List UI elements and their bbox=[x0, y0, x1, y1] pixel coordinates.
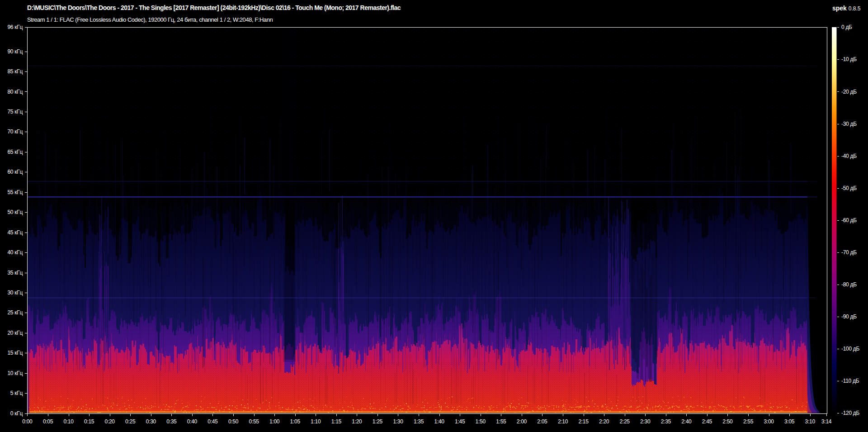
svg-text:60 кГц: 60 кГц bbox=[7, 169, 23, 175]
svg-text:2:30: 2:30 bbox=[640, 418, 651, 425]
svg-text:65 кГц: 65 кГц bbox=[7, 149, 23, 155]
svg-text:2:50: 2:50 bbox=[722, 418, 733, 425]
svg-text:1:35: 1:35 bbox=[414, 418, 424, 425]
svg-text:2:20: 2:20 bbox=[599, 418, 609, 425]
svg-text:-80 дБ: -80 дБ bbox=[841, 281, 857, 288]
svg-text:1:20: 1:20 bbox=[352, 418, 362, 425]
svg-text:30 кГц: 30 кГц bbox=[7, 290, 23, 296]
svg-text:0 кГц: 0 кГц bbox=[10, 410, 23, 417]
svg-text:-40 дБ: -40 дБ bbox=[841, 153, 857, 159]
svg-text:1:45: 1:45 bbox=[455, 418, 465, 425]
svg-text:2:35: 2:35 bbox=[661, 418, 671, 425]
svg-text:3:14: 3:14 bbox=[821, 418, 832, 425]
svg-text:0:30: 0:30 bbox=[146, 418, 156, 425]
svg-text:50 кГц: 50 кГц bbox=[7, 209, 23, 215]
svg-text:2:55: 2:55 bbox=[743, 418, 754, 425]
svg-text:0:35: 0:35 bbox=[166, 418, 177, 425]
svg-text:0:15: 0:15 bbox=[84, 418, 94, 425]
svg-text:0:20: 0:20 bbox=[105, 418, 115, 425]
svg-text:0:40: 0:40 bbox=[187, 418, 198, 425]
svg-text:0:00: 0:00 bbox=[22, 418, 33, 425]
svg-text:-50 дБ: -50 дБ bbox=[841, 185, 857, 191]
svg-text:35 кГц: 35 кГц bbox=[7, 270, 23, 276]
svg-text:2:05: 2:05 bbox=[537, 418, 547, 425]
svg-text:1:40: 1:40 bbox=[434, 418, 445, 425]
svg-text:1:00: 1:00 bbox=[269, 418, 280, 425]
svg-text:1:15: 1:15 bbox=[331, 418, 342, 425]
svg-text:1:10: 1:10 bbox=[311, 418, 321, 425]
svg-text:-90 дБ: -90 дБ bbox=[841, 313, 857, 320]
svg-text:-110 дБ: -110 дБ bbox=[841, 378, 859, 384]
svg-text:-120 дБ: -120 дБ bbox=[841, 410, 860, 416]
svg-text:75 кГц: 75 кГц bbox=[7, 109, 23, 115]
svg-text:15 кГц: 15 кГц bbox=[7, 350, 23, 356]
svg-text:1:30: 1:30 bbox=[393, 418, 403, 425]
svg-text:25 кГц: 25 кГц bbox=[7, 309, 23, 316]
svg-text:0:55: 0:55 bbox=[249, 418, 259, 425]
svg-text:2:25: 2:25 bbox=[620, 418, 630, 425]
svg-text:0:05: 0:05 bbox=[43, 418, 53, 425]
svg-text:70 кГц: 70 кГц bbox=[7, 128, 23, 135]
svg-text:-60 дБ: -60 дБ bbox=[841, 217, 857, 223]
svg-text:2:15: 2:15 bbox=[578, 418, 589, 425]
svg-text:3:10: 3:10 bbox=[805, 418, 816, 425]
svg-text:0 дБ: 0 дБ bbox=[841, 24, 852, 30]
svg-text:1:05: 1:05 bbox=[290, 418, 301, 425]
svg-text:0:45: 0:45 bbox=[208, 418, 218, 425]
svg-text:5 кГц: 5 кГц bbox=[10, 390, 23, 396]
svg-text:-100 дБ: -100 дБ bbox=[841, 346, 860, 352]
svg-text:1:55: 1:55 bbox=[496, 418, 506, 425]
svg-text:3:05: 3:05 bbox=[784, 418, 795, 425]
svg-text:0:25: 0:25 bbox=[125, 418, 136, 425]
svg-text:85 кГц: 85 кГц bbox=[7, 68, 23, 75]
svg-text:40 кГц: 40 кГц bbox=[7, 249, 23, 256]
svg-text:2:10: 2:10 bbox=[558, 418, 568, 425]
svg-text:-70 дБ: -70 дБ bbox=[841, 249, 857, 256]
svg-text:90 кГц: 90 кГц bbox=[7, 48, 23, 55]
svg-text:2:40: 2:40 bbox=[681, 418, 692, 425]
svg-text:1:50: 1:50 bbox=[476, 418, 486, 425]
svg-text:2:45: 2:45 bbox=[702, 418, 712, 425]
svg-text:2:00: 2:00 bbox=[517, 418, 527, 425]
svg-text:1:25: 1:25 bbox=[373, 418, 383, 425]
svg-text:10 кГц: 10 кГц bbox=[7, 370, 23, 376]
svg-text:3:00: 3:00 bbox=[764, 418, 774, 425]
svg-text:0:50: 0:50 bbox=[228, 418, 239, 425]
svg-text:0:10: 0:10 bbox=[63, 418, 74, 425]
svg-text:-30 дБ: -30 дБ bbox=[841, 121, 857, 127]
svg-text:-10 дБ: -10 дБ bbox=[841, 56, 857, 62]
svg-text:20 кГц: 20 кГц bbox=[7, 330, 23, 336]
svg-text:96 кГц: 96 кГц bbox=[7, 24, 23, 30]
svg-text:-20 дБ: -20 дБ bbox=[841, 89, 857, 95]
svg-text:80 кГц: 80 кГц bbox=[7, 89, 23, 95]
svg-text:55 кГц: 55 кГц bbox=[7, 189, 23, 195]
svg-text:45 кГц: 45 кГц bbox=[7, 229, 23, 236]
